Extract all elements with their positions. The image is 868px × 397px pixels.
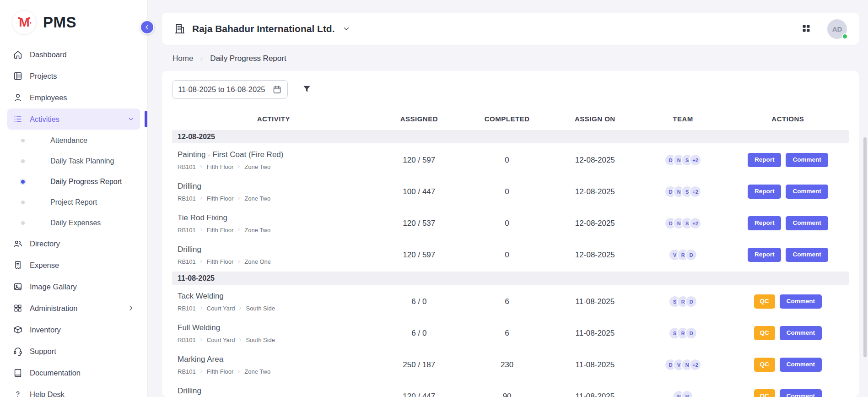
qc-button[interactable]: QC [754,389,775,397]
calendar-icon [272,85,282,94]
directory-icon [13,239,23,249]
location-segment: Zone Two [244,227,270,234]
employees-icon [13,92,23,103]
location-segment: Fifth Floor [207,195,234,202]
report-button[interactable]: Report [748,185,782,199]
assigned-value: 6 / 0 [375,329,463,338]
row-actions: ReportComment [727,248,849,262]
date-range-input[interactable]: 11-08-2025 to 16-08-2025 [172,80,288,99]
gallery-icon [13,282,23,292]
svg-text:M: M [19,15,30,29]
filter-button[interactable] [302,84,312,96]
activity-cell: DrillingRB101Fifth FloorZone One [172,245,375,265]
sidebar-item-administration[interactable]: Administration [7,298,140,319]
sidebar-subitem-attendance[interactable]: Attendance [7,130,140,151]
sidebar-subitem-daily-task-planning[interactable]: Daily Task Planning [7,151,140,171]
sidebar: M PMS DashboardProjectsEmployeesActiviti… [0,0,148,397]
comment-button[interactable]: Comment [786,185,828,199]
comment-button[interactable]: Comment [786,216,828,230]
chevron-left-icon [144,24,151,31]
breadcrumb-current: Daily Progress Report [210,54,286,63]
team-avatars: VRD [639,249,727,261]
sidebar-item-projects[interactable]: Projects [7,65,140,87]
comment-button[interactable]: Comment [780,389,822,397]
sidebar-subitem-project-report[interactable]: Project Report [7,192,140,212]
sidebar-item-directory[interactable]: Directory [7,233,140,254]
sidebar-item-expense[interactable]: Expense [7,255,140,276]
assign-on-date: 11-08-2025 [551,329,639,338]
chevron-right-icon [237,369,241,374]
qc-button[interactable]: QC [754,294,775,309]
comment-button[interactable]: Comment [786,248,828,262]
sidebar-item-label: Projects [30,72,57,81]
sidebar-item-dashboard[interactable]: Dashboard [7,44,140,65]
sidebar-item-activities[interactable]: Activities [7,109,140,130]
sidebar-collapse-button[interactable] [140,20,154,34]
team-avatars: DNS+2 [639,217,727,229]
assigned-value: 100 / 447 [375,187,463,196]
active-indicator [145,111,147,127]
activity-title: Full Welding [178,323,375,332]
row-actions: ReportComment [727,216,849,230]
sidebar-subitem-label: Daily Progress Report [50,178,122,186]
sidebar-item-image-gallary[interactable]: Image Gallary [7,276,140,297]
activity-cell: Tack WeldingRB101Court YardSouth Side [172,292,375,312]
report-button[interactable]: Report [748,248,782,262]
qc-button[interactable]: QC [754,326,775,340]
comment-button[interactable]: Comment [786,153,828,167]
comment-button[interactable]: Comment [780,294,822,309]
sidebar-item-employees[interactable]: Employees [7,87,140,108]
team-avatar: D [685,327,697,339]
activity-row: DrillingRB101Fifth FloorZone Two100 / 44… [172,176,849,207]
assign-on-date: 11-08-2025 [551,360,639,370]
sidebar-item-documentation[interactable]: Documentation [7,362,140,383]
scrollbar-thumb[interactable] [863,137,867,357]
activity-title: Tack Welding [178,292,375,301]
assigned-value: 120 / 597 [375,156,463,165]
location-segment: RB101 [178,337,196,343]
date-group-header: 12-08-2025 [172,130,849,143]
sidebar-subitem-daily-progress-report[interactable]: Daily Progress Report [7,171,140,192]
row-actions: QCComment [727,294,849,309]
comment-button[interactable]: Comment [780,326,822,340]
team-avatars: DNS+2 [639,154,727,166]
helpdesk-icon [13,389,23,397]
breadcrumb-home[interactable]: Home [173,54,193,63]
support-icon [13,346,23,356]
chevron-right-icon [199,228,204,232]
breadcrumb: Home Daily Progress Report [173,54,859,63]
report-button[interactable]: Report [748,216,782,230]
sidebar-item-label: Help Desk [30,390,65,397]
projects-icon [13,71,23,81]
comment-button[interactable]: Comment [780,358,822,372]
activity-title: Marking Area [178,355,375,364]
sidebar-item-inventory[interactable]: Inventory [7,319,140,340]
chevron-right-icon [127,305,135,312]
sidebar-subitem-daily-expenses[interactable]: Daily Expenses [7,212,140,233]
activity-row: Tack WeldingRB101Court YardSouth Side6 /… [172,286,849,317]
apps-grid-button[interactable] [801,23,812,35]
funnel-icon [302,84,312,94]
qc-button[interactable]: QC [754,358,775,372]
table-header-row: ACTIVITYASSIGNEDCOMPLETEDASSIGN ONTEAMAC… [172,108,849,129]
sidebar-item-label: Dashboard [30,50,67,59]
progress-table: ACTIVITYASSIGNEDCOMPLETEDASSIGN ONTEAMAC… [172,108,849,397]
completed-value: 6 [463,297,551,306]
location-segment: RB101 [178,163,196,170]
report-button[interactable]: Report [748,153,782,167]
date-range-value: 11-08-2025 to 16-08-2025 [178,85,265,94]
chevron-right-icon [199,337,204,342]
sidebar-item-label: Directory [30,239,60,248]
user-avatar[interactable]: AD [827,19,847,39]
bullet-icon [21,139,25,142]
location-segment: Zone Two [244,195,270,202]
chevron-right-icon [199,164,204,169]
sidebar-item-help-desk[interactable]: Help Desk [7,384,140,397]
sidebar-item-support[interactable]: Support [7,341,140,362]
bullet-icon [21,201,25,204]
filters-bar: 11-08-2025 to 16-08-2025 [172,80,849,99]
location-segment: Fifth Floor [207,258,234,265]
bullet-icon [21,159,25,163]
administration-icon [13,303,23,313]
company-selector[interactable]: Raja Bahadur International Ltd. [174,23,350,35]
